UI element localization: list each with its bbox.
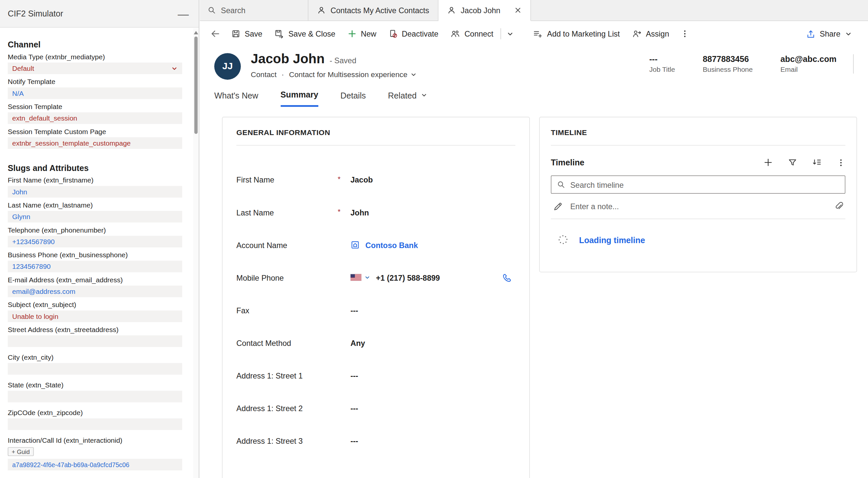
timeline-note-row[interactable] — [551, 194, 845, 219]
field-value: Unable to login — [12, 312, 58, 320]
paperclip-icon[interactable] — [834, 202, 843, 211]
divider — [501, 28, 501, 39]
general-information-title: GENERAL INFORMATION — [236, 128, 516, 137]
first-name-field[interactable]: John — [8, 186, 182, 197]
city-field[interactable] — [8, 363, 182, 375]
us-flag-icon — [350, 274, 362, 281]
field-value: extnbr_session_template_custompage — [12, 139, 131, 147]
field-value: N/A — [12, 89, 24, 97]
minimize-icon[interactable]: — — [178, 8, 189, 19]
note-input[interactable] — [570, 202, 827, 211]
save-icon — [231, 29, 240, 38]
timeline-search-box[interactable] — [551, 176, 845, 194]
save-and-close-icon — [275, 29, 284, 38]
value-text: --- — [350, 306, 358, 315]
address-street1-value[interactable]: --- — [350, 371, 516, 380]
tab-contacts-view[interactable]: Contacts My Active Contacts — [308, 0, 439, 21]
scrollbar-up-arrow-icon[interactable] — [194, 31, 198, 34]
more-options-icon[interactable] — [836, 158, 845, 167]
field-label: Business Phone (extn_businessphone) — [8, 251, 182, 259]
notify-template-field[interactable]: N/A — [8, 87, 182, 99]
connect-button[interactable]: Connect — [444, 24, 500, 43]
field-interaction-id: Interaction/Call Id (extn_interactionid)… — [8, 437, 182, 471]
account-link[interactable]: Contoso Bank — [366, 241, 418, 249]
email-value[interactable]: abc@abc.com — [780, 54, 836, 64]
save-button[interactable]: Save — [225, 24, 269, 43]
new-label: New — [361, 29, 376, 38]
save-and-close-button[interactable]: Save & Close — [269, 24, 341, 43]
last-name-value[interactable]: John — [350, 208, 516, 217]
section-heading-channel: Channel — [8, 40, 182, 50]
tab-summary[interactable]: Summary — [280, 90, 318, 107]
state-field[interactable] — [8, 391, 182, 402]
business-phone-stat[interactable]: 8877883456 Business Phone — [703, 54, 766, 74]
account-name-value[interactable]: Contoso Bank — [350, 240, 516, 250]
field-label: Address 1: Street 1 — [236, 371, 303, 380]
fax-value[interactable]: --- — [350, 306, 516, 315]
tab-details[interactable]: Details — [340, 91, 366, 106]
global-search-tab[interactable]: Search — [200, 0, 308, 21]
simulator-body: Channel Media Type (extnbr_mediatype) De… — [0, 28, 199, 478]
form-selector-label: Contact for Multisession experience — [289, 70, 407, 78]
timeline-card-title: TIMELINE — [551, 128, 845, 137]
subject-field[interactable]: Unable to login — [8, 310, 182, 322]
add-to-marketing-list-button[interactable]: Add to Marketing List — [527, 24, 626, 43]
timeline-search-input[interactable] — [570, 180, 839, 189]
filter-icon[interactable] — [788, 158, 798, 167]
record-name-block: Jacob John - Saved Contact · Contact for… — [251, 51, 417, 79]
field-street-address: Street Address (extn_streetaddress) — [8, 326, 182, 347]
session-template-field[interactable]: extn_default_session — [8, 112, 182, 124]
connect-dropdown-chevron[interactable] — [502, 24, 518, 43]
form-selector[interactable]: Contact for Multisession experience — [289, 70, 417, 78]
panel-scrollbar[interactable] — [193, 28, 199, 478]
more-commands-button[interactable] — [675, 24, 694, 43]
field-value: +1234567890 — [12, 238, 55, 246]
mobile-phone-value[interactable]: +1 (217) 588-8899 — [350, 273, 516, 282]
telephone-field[interactable]: +1234567890 — [8, 236, 182, 247]
add-record-icon[interactable] — [764, 158, 773, 167]
scrollbar-thumb[interactable] — [194, 37, 198, 134]
deactivate-button[interactable]: Deactivate — [382, 24, 444, 43]
value-text: --- — [350, 404, 358, 413]
field-label: Subject (extn_subject) — [8, 301, 182, 309]
session-template-custom-page-field[interactable]: extnbr_session_template_custompage — [8, 137, 182, 149]
share-label: Share — [819, 29, 840, 38]
tab-whats-new[interactable]: What's New — [214, 91, 258, 106]
last-name-field[interactable]: Glynn — [8, 211, 182, 222]
new-button[interactable]: New — [341, 24, 382, 43]
business-phone-value[interactable]: 8877883456 — [703, 54, 753, 64]
value-text: --- — [350, 437, 358, 445]
field-label: Last Name (extn_lastname) — [8, 202, 182, 210]
value-text: +1 (217) 588-8899 — [376, 273, 440, 282]
first-name-value[interactable]: Jacob — [350, 175, 516, 184]
tab-related[interactable]: Related — [388, 91, 427, 106]
country-code-selector[interactable] — [350, 274, 370, 281]
zipcode-field[interactable] — [8, 418, 182, 430]
header-stats: --- Job Title 8877883456 Business Phone … — [635, 54, 854, 74]
email-stat[interactable]: abc@abc.com Email — [780, 54, 854, 74]
assign-button[interactable]: Assign — [626, 24, 675, 43]
email-address-field[interactable]: email@address.com — [8, 286, 182, 297]
business-phone-field[interactable]: 1234567890 — [8, 261, 182, 272]
interaction-id-field[interactable]: a7a98922-4f6e-47ab-b69a-0a9cfcd75c06 — [8, 459, 182, 471]
summary-content: GENERAL INFORMATION First Name * Jacob L… — [200, 107, 868, 478]
address-street3-value[interactable]: --- — [350, 437, 516, 445]
expand-records-icon[interactable] — [812, 158, 822, 167]
phone-call-icon[interactable] — [502, 273, 512, 282]
field-label: Account Name — [236, 241, 287, 249]
address-street2-value[interactable]: --- — [350, 404, 516, 413]
add-guid-button[interactable]: + Guid — [8, 447, 34, 456]
field-label: Fax — [236, 306, 249, 315]
back-button[interactable] — [205, 24, 225, 43]
contact-method-value[interactable]: Any — [350, 338, 516, 347]
close-icon[interactable] — [514, 7, 521, 14]
field-notify-template: Notify Template N/A — [8, 78, 182, 99]
street-address-field[interactable] — [8, 336, 182, 347]
share-button[interactable]: Share — [800, 24, 858, 43]
field-session-template-custom-page: Session Template Custom Page extnbr_sess… — [8, 128, 182, 149]
field-row-address-street2: Address 1: Street 2 --- — [236, 392, 516, 424]
media-type-select[interactable]: Default — [8, 63, 182, 74]
tab-jacob-john[interactable]: Jacob John — [439, 0, 531, 21]
field-state: State (extn_State) — [8, 381, 182, 403]
timeline-subtitle: Timeline — [551, 158, 585, 167]
